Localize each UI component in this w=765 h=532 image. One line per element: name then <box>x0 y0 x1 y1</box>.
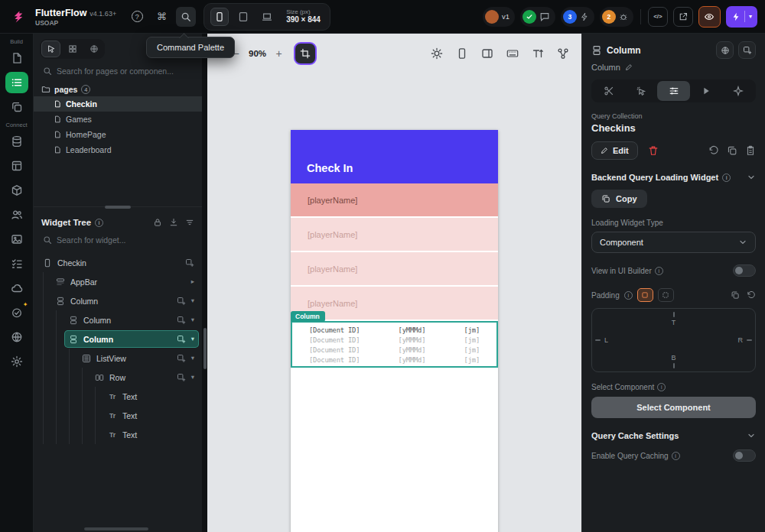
page-item-leaderboard[interactable]: Leaderboard <box>34 142 202 157</box>
add-child-widget-button[interactable] <box>738 41 756 59</box>
scrollbar-thumb[interactable] <box>203 328 207 369</box>
users-icon[interactable] <box>5 204 28 225</box>
export-button[interactable] <box>673 7 693 27</box>
tab-animations[interactable] <box>722 81 754 101</box>
add-widget-icon[interactable] <box>185 258 194 268</box>
panel-scrollbar[interactable] <box>202 34 207 532</box>
tree-item-column-1[interactable]: Column ▾ <box>38 291 199 310</box>
chevron-right-icon[interactable]: ▸ <box>191 278 194 285</box>
cloud-functions-icon[interactable] <box>5 277 28 299</box>
reset-padding-icon[interactable] <box>747 290 756 300</box>
preview-appbar[interactable]: Check In <box>291 130 498 183</box>
data-schema-icon[interactable] <box>5 155 28 177</box>
filter-icon[interactable] <box>185 218 194 227</box>
query-cache-section-header[interactable]: Query Cache Settings <box>591 431 756 440</box>
flutterflow-logo[interactable] <box>8 6 29 28</box>
page-item-homepage[interactable]: HomePage <box>34 127 202 142</box>
page-selector-icon[interactable] <box>5 47 28 69</box>
list-row[interactable]: [Document ID] [yMMMd] [jm] <box>292 355 496 365</box>
edit-name-icon[interactable] <box>625 63 633 71</box>
tab-preview[interactable] <box>690 81 722 101</box>
padding-handle-left[interactable] <box>595 339 601 341</box>
tree-item-column-2[interactable]: Column ▾ <box>38 310 199 329</box>
history-icon[interactable] <box>708 145 719 156</box>
tree-item-text-2[interactable]: Tr Text <box>38 406 199 425</box>
issues-badge[interactable]: 2 <box>600 7 633 27</box>
loading-widget-type-select[interactable]: Component <box>591 232 756 253</box>
run-button[interactable]: ▾ <box>726 6 757 28</box>
page-item-games[interactable]: Games <box>34 112 202 127</box>
info-icon[interactable]: i <box>655 267 663 275</box>
chevron-down-icon[interactable]: ▾ <box>191 336 194 342</box>
padding-mode-sides-button[interactable] <box>658 288 674 302</box>
player-row[interactable]: [playerName] <box>291 218 498 251</box>
search-button[interactable] <box>176 7 196 27</box>
widget-palette-icon[interactable] <box>5 96 28 118</box>
zoom-in-button[interactable]: + <box>274 47 284 60</box>
padding-top-label[interactable]: T <box>672 319 676 326</box>
loading-widget-section-header[interactable]: Backend Query Loading Widget i <box>591 173 756 182</box>
chevron-down-icon[interactable]: ▾ <box>191 355 194 362</box>
list-row[interactable]: [Document ID] [yMMMd] [jm] <box>292 325 496 335</box>
sync-status-badge[interactable] <box>520 7 555 27</box>
delete-query-button[interactable] <box>645 142 662 159</box>
api-calls-icon[interactable] <box>5 326 28 348</box>
add-widget-icon[interactable] <box>177 354 186 363</box>
select-component-button[interactable]: Select Component <box>591 397 756 418</box>
tree-item-column-3-selected[interactable]: Column ▾ <box>38 329 199 349</box>
info-icon[interactable]: i <box>624 291 633 300</box>
zoom-level[interactable]: 90% <box>249 49 266 58</box>
copy-padding-icon[interactable] <box>731 290 740 300</box>
padding-left-label[interactable]: L <box>604 336 608 344</box>
tablet-device-button[interactable] <box>234 8 252 26</box>
light-mode-icon[interactable] <box>431 47 443 60</box>
keyboard-icon[interactable] <box>506 47 519 60</box>
tab-interactions[interactable] <box>625 81 657 101</box>
padding-editor[interactable]: T L R B <box>591 308 756 372</box>
help-button[interactable]: ? <box>127 7 147 27</box>
player-row[interactable]: [playerName] <box>291 183 498 216</box>
app-state-icon[interactable] <box>5 180 28 201</box>
database-icon[interactable] <box>5 131 28 152</box>
padding-handle-bottom[interactable] <box>673 363 675 368</box>
panel-layout-icon[interactable] <box>481 47 493 60</box>
canvas[interactable]: ‹ − 90% + Check In [playerName] [playerN… <box>207 34 581 532</box>
tree-item-checkin[interactable]: Checkin <box>38 253 199 272</box>
automations-icon[interactable]: ✦ <box>5 302 28 323</box>
add-widget-icon[interactable] <box>177 373 186 382</box>
selected-column-widget[interactable]: Column [Document ID] [yMMMd] [jm] [Docum… <box>291 321 498 368</box>
copy-loading-widget-button[interactable]: Copy <box>591 190 647 208</box>
media-assets-icon[interactable] <box>5 229 28 250</box>
chevron-down-icon[interactable] <box>747 173 756 182</box>
widget-search[interactable] <box>40 232 196 248</box>
page-item-checkin[interactable]: Checkin <box>34 96 202 112</box>
custom-code-button[interactable]: </> <box>648 7 668 27</box>
padding-handle-right[interactable] <box>747 339 752 341</box>
chevron-down-icon[interactable]: ▾ <box>191 316 194 323</box>
chevron-down-icon[interactable]: ▾ <box>191 374 194 381</box>
notifications-badge[interactable]: 3 <box>561 7 594 27</box>
info-icon[interactable]: i <box>95 219 103 227</box>
info-icon[interactable]: i <box>722 174 731 182</box>
components-mode-button[interactable] <box>63 41 82 57</box>
info-icon[interactable]: i <box>672 452 680 460</box>
padding-right-label[interactable]: R <box>738 336 744 344</box>
paste-query-icon[interactable] <box>745 145 756 156</box>
chevron-down-icon[interactable]: ▾ <box>191 297 194 304</box>
preview-button[interactable] <box>698 6 721 28</box>
add-widget-icon[interactable] <box>177 316 186 325</box>
view-in-ui-builder-toggle[interactable] <box>733 264 756 277</box>
add-widget-icon[interactable] <box>177 335 186 344</box>
padding-handle-top[interactable] <box>673 312 675 317</box>
chevron-down-icon[interactable]: ▾ <box>749 14 752 20</box>
tab-cut-actions[interactable] <box>593 81 625 101</box>
pages-search[interactable] <box>40 63 196 79</box>
import-icon[interactable] <box>169 218 178 227</box>
widgets-mode-button[interactable] <box>41 41 60 57</box>
enable-query-caching-toggle[interactable] <box>733 449 756 462</box>
chevron-down-icon[interactable] <box>747 431 756 440</box>
command-button[interactable]: ⌘ <box>151 7 171 27</box>
pages-folder[interactable]: pages 4 <box>34 83 202 96</box>
list-row[interactable]: [Document ID] [yMMMd] [jm] <box>292 335 496 345</box>
lock-icon[interactable] <box>153 218 162 227</box>
